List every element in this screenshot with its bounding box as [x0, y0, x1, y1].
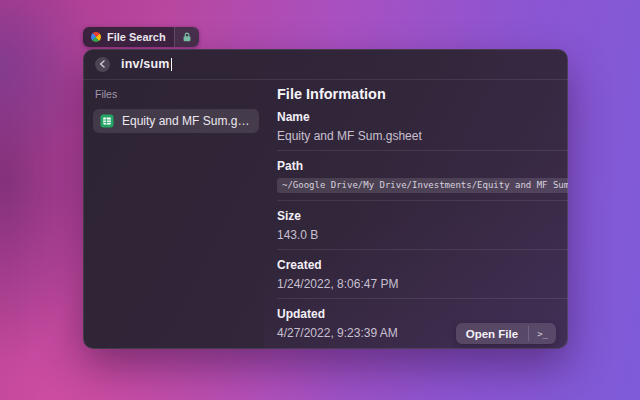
extension-pill-label: File Search	[107, 31, 166, 43]
field-created: Created 1/24/2022, 8:06:47 PM	[277, 258, 568, 299]
search-bar: inv/sum	[83, 49, 568, 80]
divider	[277, 249, 568, 250]
field-label: Updated	[277, 307, 568, 321]
field-label: Created	[277, 258, 568, 272]
chevron-left-icon	[99, 60, 106, 68]
field-value: 1/24/2022, 8:06:47 PM	[277, 277, 568, 291]
lock-icon	[182, 32, 192, 42]
field-name: Name Equity and MF Sum.gsheet	[277, 110, 568, 151]
divider	[277, 200, 568, 201]
file-search-window: inv/sum Files Equ	[83, 49, 568, 349]
search-input[interactable]: inv/sum	[121, 57, 170, 71]
file-item-label: Equity and MF Sum.gsheet	[122, 114, 252, 128]
open-file-button-label: Open File	[456, 323, 528, 344]
file-list-item[interactable]: Equity and MF Sum.gsheet	[93, 109, 259, 133]
open-file-button[interactable]: Open File >_	[456, 323, 556, 344]
file-search-icon	[91, 32, 101, 42]
results-panel: Files Equity and MF Sum.gsheet	[83, 80, 264, 349]
terminal-prompt-icon: >_	[529, 323, 556, 344]
spreadsheet-icon	[100, 114, 114, 128]
desktop-background: File Search inv/sum Files	[0, 0, 640, 400]
field-path: Path ~/Google Drive/My Drive/Investments…	[277, 159, 568, 201]
window-body: Files Equity and MF Sum.gsheet	[83, 80, 568, 349]
field-label: Path	[277, 159, 568, 173]
field-value: Equity and MF Sum.gsheet	[277, 129, 568, 143]
field-size: Size 143.0 B	[277, 209, 568, 250]
field-value-path: ~/Google Drive/My Drive/Investments/Equi…	[277, 178, 568, 193]
field-label: Name	[277, 110, 568, 124]
field-value: 143.0 B	[277, 228, 568, 242]
divider	[277, 150, 568, 151]
detail-panel: File Information Name Equity and MF Sum.…	[264, 80, 568, 349]
lock-badge	[174, 27, 199, 47]
panel-title: File Information	[277, 86, 568, 102]
files-section-label: Files	[93, 86, 259, 109]
field-label: Size	[277, 209, 568, 223]
divider	[277, 298, 568, 299]
extension-pill-main: File Search	[83, 27, 174, 47]
extension-pill[interactable]: File Search	[83, 27, 199, 47]
text-caret	[171, 58, 173, 71]
back-button[interactable]	[95, 57, 110, 72]
